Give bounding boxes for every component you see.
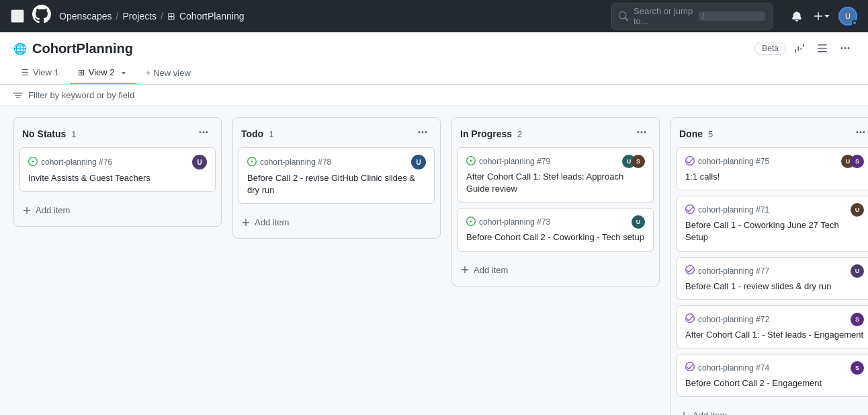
column-in-progress-menu[interactable] [632, 126, 651, 142]
card-76-avatar: U [192, 155, 207, 169]
card-79[interactable]: cohort-planning #79 U S After Cohort Cal… [458, 147, 654, 202]
status-done-icon-75 [685, 156, 695, 167]
svg-rect-0 [12, 12, 23, 13]
column-in-progress-header: In Progress 2 [452, 118, 659, 147]
column-done: Done 5 cohort-planning #75 U [670, 117, 868, 415]
column-todo: Todo 1 cohort-planning #78 U Before Call… [232, 117, 441, 239]
card-79-avatar: U S [622, 155, 645, 168]
breadcrumb-openscapes[interactable]: Openscapes [59, 11, 112, 22]
card-75[interactable]: cohort-planning #75 U S 1:1 calls! [677, 147, 868, 190]
card-76[interactable]: cohort-planning #76 U Invite Assists & G… [19, 147, 216, 192]
project-title-row: 🌐 CohortPlanning [13, 41, 133, 56]
column-no-status: No Status 1 cohort-planning #76 U Invite… [13, 117, 222, 227]
search-box[interactable]: Search or jump to... / [611, 3, 773, 30]
user-avatar[interactable]: U [838, 7, 857, 26]
svg-rect-2 [12, 19, 23, 20]
plus-icon: + [146, 68, 151, 78]
project-header: 🌐 CohortPlanning Beta ☰ View 1 ⊞ View 2 [0, 32, 868, 85]
filter-placeholder[interactable]: Filter by keyword or by field [28, 90, 134, 100]
card-78[interactable]: cohort-planning #78 U Before Call 2 - re… [238, 147, 435, 204]
card-73[interactable]: cohort-planning #73 U Before Cohort Call… [458, 208, 654, 251]
top-nav: Openscapes / Projects / ⊞ CohortPlanning… [0, 0, 868, 32]
tab-view2-label: View 2 [89, 67, 115, 77]
card-72-ref-label: cohort-planning #72 [698, 315, 769, 324]
breadcrumb-cohortplanning[interactable]: CohortPlanning [179, 11, 245, 22]
status-inprogress-icon-73 [466, 217, 476, 228]
card-74[interactable]: cohort-planning #74 S Before Cohort Call… [677, 354, 868, 397]
card-77-ref-label: cohort-planning #77 [698, 266, 769, 276]
column-done-menu[interactable] [851, 126, 868, 142]
card-72[interactable]: cohort-planning #72 S After Cohort Call … [677, 305, 868, 348]
status-open-icon [28, 157, 38, 168]
card-73-ref-label: cohort-planning #73 [479, 217, 550, 227]
card-77[interactable]: cohort-planning #77 U Before Call 1 - re… [677, 257, 868, 300]
card-75-avatar: U S [841, 155, 864, 168]
new-view-label: New view [153, 68, 191, 78]
status-done-icon-72 [685, 313, 695, 325]
column-in-progress-title: In Progress [460, 128, 512, 139]
nav-icons: U [789, 7, 857, 26]
svg-rect-1 [12, 15, 23, 17]
card-75-ref-label: cohort-planning #75 [698, 157, 769, 166]
card-74-title: Before Cohort Call 2 - Engagement [685, 377, 864, 389]
card-79-ref: cohort-planning #79 [466, 156, 550, 167]
new-view-button[interactable]: + New view [139, 63, 198, 83]
card-79-ref-label: cohort-planning #79 [479, 157, 550, 166]
more-options-button[interactable] [836, 40, 855, 56]
status-done-icon-77 [685, 265, 695, 276]
column-todo-title: Todo [241, 128, 263, 139]
column-done-header: Done 5 [671, 118, 868, 147]
layout-button[interactable] [813, 40, 832, 56]
column-no-status-menu[interactable] [194, 126, 213, 142]
board-icon: ⊞ [78, 68, 85, 77]
card-73-ref: cohort-planning #73 [466, 217, 550, 228]
card-75-title: 1:1 calls! [685, 171, 864, 183]
tab-view2[interactable]: ⊞ View 2 [70, 62, 136, 84]
notifications-button[interactable] [789, 8, 805, 24]
card-74-avatar: S [851, 361, 864, 375]
column-no-status-title: No Status [22, 128, 66, 139]
todo-add-item[interactable]: Add item [241, 215, 289, 230]
card-76-title: Invite Assists & Guest Teachers [28, 172, 207, 184]
card-77-ref: cohort-planning #77 [685, 265, 769, 276]
no-status-add-item[interactable]: Add item [22, 202, 70, 218]
tab-view1-label: View 1 [33, 67, 59, 77]
hamburger-menu[interactable] [11, 9, 24, 23]
in-progress-add-label: Add item [474, 265, 508, 275]
table-icon: ☰ [21, 68, 29, 77]
done-add-item[interactable]: Add item [679, 408, 727, 415]
column-in-progress-cards: cohort-planning #79 U S After Cohort Cal… [452, 147, 659, 257]
column-in-progress-footer: Add item [452, 257, 659, 286]
column-todo-cards: cohort-planning #78 U Before Call 2 - re… [233, 147, 440, 209]
insights-button[interactable] [790, 40, 809, 56]
card-75-ref: cohort-planning #75 [685, 156, 769, 167]
card-78-title: Before Call 2 - revise GitHub Clinic sli… [247, 172, 426, 196]
tab-view1[interactable]: ☰ View 1 [13, 62, 67, 84]
column-todo-header: Todo 1 [233, 118, 440, 147]
status-done-icon-71 [685, 204, 695, 216]
in-progress-add-item[interactable]: Add item [460, 262, 508, 278]
globe-icon: 🌐 [13, 42, 27, 55]
card-73-avatar: U [632, 215, 645, 229]
column-todo-footer: Add item [233, 209, 440, 238]
create-button[interactable] [810, 8, 833, 24]
breadcrumb-projects[interactable]: Projects [123, 11, 157, 22]
todo-add-label: Add item [255, 217, 289, 227]
column-todo-menu[interactable] [413, 126, 432, 142]
column-done-count: 5 [708, 129, 713, 139]
card-78-ref-label: cohort-planning #78 [260, 157, 331, 167]
column-no-status-count: 1 [71, 129, 76, 139]
card-73-title: Before Cohort Call 2 - Coworking - Tech … [466, 231, 645, 243]
tabs-row: ☰ View 1 ⊞ View 2 + New view [13, 62, 855, 84]
card-71[interactable]: cohort-planning #71 U Before Call 1 - Co… [677, 196, 868, 251]
card-77-title: Before Call 1 - review slides & dry run [685, 280, 864, 293]
no-status-add-label: Add item [36, 205, 70, 215]
card-78-ref: cohort-planning #78 [247, 157, 331, 168]
project-actions: Beta [754, 40, 855, 56]
filter-bar: Filter by keyword or by field [0, 85, 868, 106]
status-open-icon-78 [247, 157, 257, 168]
github-logo[interactable] [32, 5, 51, 28]
card-77-avatar: U [851, 264, 864, 278]
card-78-avatar: U [411, 155, 426, 169]
card-76-ref: cohort-planning #76 [28, 157, 112, 168]
